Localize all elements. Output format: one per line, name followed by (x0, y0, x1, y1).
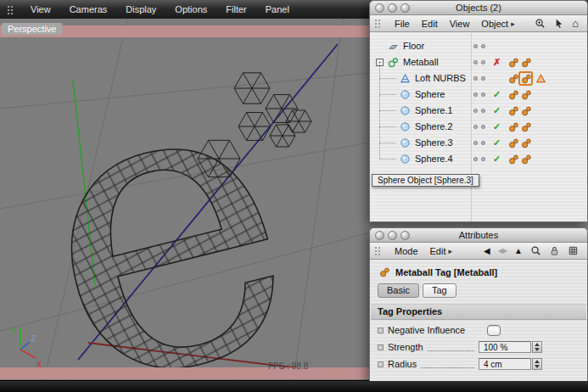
grip-icon[interactable] (374, 19, 382, 28)
fps-counter: FPS : 98.8 (268, 361, 308, 371)
tree-row-floor[interactable]: Floor (371, 38, 586, 54)
keyframe-box[interactable] (378, 344, 384, 350)
close-button[interactable] (375, 231, 384, 240)
editor-visibility-dot[interactable] (473, 141, 478, 145)
render-visibility-dot[interactable] (481, 109, 485, 113)
minimize-button[interactable] (388, 3, 397, 13)
close-button[interactable] (375, 3, 384, 13)
search-plus-icon[interactable] (535, 18, 546, 29)
menu-edit[interactable]: Edit (416, 19, 444, 29)
tree-row-sphere3[interactable]: Sphere.3 ✓ (371, 135, 586, 151)
metaball-tag-icon[interactable] (508, 57, 519, 68)
attribute-tabs: Basic Tag (371, 277, 586, 298)
tree-row-loft-nurbs[interactable]: Loft NURBS (371, 70, 586, 87)
render-visibility-dot[interactable] (481, 60, 485, 64)
bottom-panel-edge (0, 381, 588, 392)
home-icon[interactable]: ⌂ (572, 18, 579, 29)
menu-view[interactable]: View (21, 4, 60, 14)
editor-visibility-dot[interactable] (473, 44, 478, 48)
step-up-icon[interactable] (535, 360, 540, 363)
render-visibility-dot[interactable] (481, 92, 485, 97)
history-back-icon[interactable]: ◀ (484, 246, 490, 255)
menu-filter[interactable]: Filter (216, 4, 255, 14)
phong-tag-icon[interactable] (535, 73, 546, 84)
menu-options[interactable]: Options (165, 4, 216, 14)
minimize-button[interactable] (388, 231, 397, 240)
metaball-tag-icon[interactable] (521, 121, 532, 132)
enabled-check-icon[interactable]: ✓ (493, 137, 501, 148)
radius-field[interactable]: 4 cm (479, 358, 531, 370)
menu-mode[interactable]: Mode (389, 246, 424, 256)
metaball-tag-icon[interactable] (521, 154, 532, 165)
metaball-tag-icon[interactable] (521, 137, 532, 148)
history-pair-icon[interactable]: ◀▶ (498, 247, 507, 255)
editor-visibility-dot[interactable] (473, 157, 478, 161)
editor-visibility-dot[interactable] (473, 60, 478, 64)
axis-z-label: Z (31, 334, 36, 343)
enabled-check-icon[interactable]: ✓ (493, 154, 501, 165)
step-up-icon[interactable] (535, 343, 540, 346)
metaball-tag-icon[interactable] (508, 105, 519, 116)
property-label: Strength (388, 342, 423, 352)
attributes-titlebar[interactable]: Attributes (370, 228, 587, 243)
strength-field[interactable]: 100 % (479, 341, 531, 353)
metaball-tag-icon[interactable] (521, 89, 532, 100)
search-icon[interactable] (530, 245, 541, 256)
up-arrow-icon[interactable]: ▲ (514, 246, 523, 255)
tree-row-sphere2[interactable]: Sphere.2 ✓ (371, 119, 586, 135)
objects-menubar: File Edit View Object ▸ ⌂ (370, 15, 587, 32)
enabled-check-icon[interactable]: ✓ (493, 89, 501, 100)
grip-icon[interactable] (374, 246, 382, 255)
menu-object[interactable]: Object (475, 19, 514, 29)
tree-row-metaball[interactable]: - Metaball ✗ (371, 54, 586, 70)
negative-influence-checkbox[interactable] (487, 325, 501, 336)
metaball-tag-icon[interactable] (521, 57, 532, 68)
zoom-button[interactable] (400, 231, 410, 240)
menu-display[interactable]: Display (116, 4, 165, 14)
keyframe-box[interactable] (378, 328, 384, 333)
chevron-right-icon: ▸ (511, 20, 515, 28)
editor-visibility-dot[interactable] (473, 92, 478, 97)
editor-visibility-dot[interactable] (473, 125, 478, 129)
editor-visibility-dot[interactable] (473, 76, 478, 81)
editor-visibility-dot[interactable] (473, 109, 478, 113)
menu-cameras[interactable]: Cameras (60, 4, 117, 14)
metaball-tag-icon[interactable] (521, 105, 532, 116)
radius-stepper[interactable] (532, 358, 542, 370)
keyframe-box[interactable] (378, 361, 384, 367)
zoom-button[interactable] (400, 3, 410, 13)
render-visibility-dot[interactable] (481, 157, 485, 161)
cursor-icon[interactable] (553, 18, 564, 29)
metaball-tag-icon[interactable] (508, 121, 519, 132)
tab-basic[interactable]: Basic (378, 283, 419, 298)
step-down-icon[interactable] (535, 365, 540, 368)
viewport-camera-label[interactable]: Perspective (2, 23, 62, 35)
metaball-tag-icon-selected[interactable] (521, 73, 532, 84)
render-visibility-dot[interactable] (481, 141, 485, 145)
object-label: Loft NURBS (415, 73, 466, 83)
render-visibility-dot[interactable] (481, 44, 485, 48)
render-visibility-dot[interactable] (481, 76, 485, 81)
tab-tag[interactable]: Tag (423, 283, 456, 298)
property-radius: Radius 4 cm (371, 357, 586, 371)
strength-stepper[interactable] (532, 341, 542, 353)
menu-file[interactable]: File (389, 19, 416, 29)
grid-icon[interactable] (568, 245, 579, 256)
objects-titlebar[interactable]: Objects (2) (370, 1, 587, 15)
menu-panel[interactable]: Panel (256, 4, 299, 14)
enabled-check-icon[interactable]: ✓ (493, 121, 501, 132)
menu-view[interactable]: View (444, 19, 476, 29)
metaball-tag-icon[interactable] (508, 137, 519, 148)
metaball-tag-icon[interactable] (508, 154, 519, 165)
disabled-cross-icon[interactable]: ✗ (493, 57, 501, 68)
tree-row-sphere1[interactable]: Sphere.1 ✓ (371, 103, 586, 119)
tree-row-sphere4[interactable]: Sphere.4 ✓ (371, 151, 586, 167)
enabled-check-icon[interactable]: ✓ (493, 105, 501, 116)
grip-icon[interactable] (7, 5, 14, 14)
render-visibility-dot[interactable] (481, 125, 485, 129)
metaball-tag-icon[interactable] (508, 89, 519, 100)
tree-row-sphere[interactable]: Sphere ✓ (371, 87, 586, 103)
lock-icon[interactable] (549, 245, 560, 256)
property-strength: Strength 100 % (371, 340, 586, 354)
step-down-icon[interactable] (535, 348, 540, 351)
